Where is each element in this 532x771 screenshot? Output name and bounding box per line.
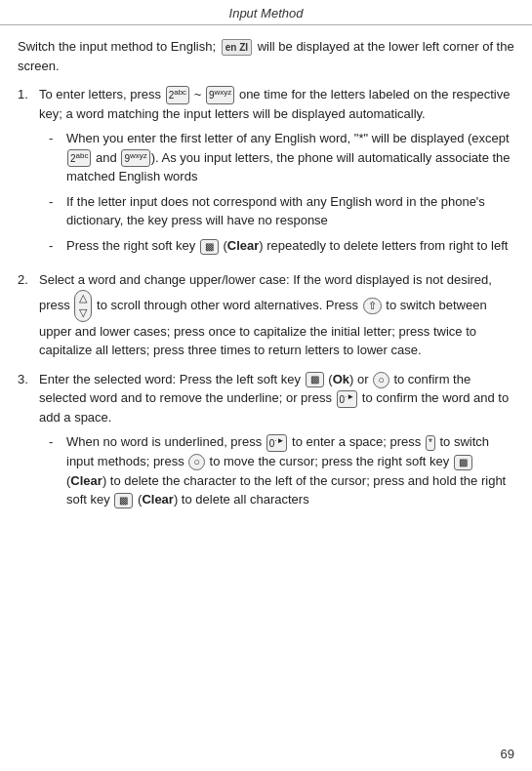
- sub-content-1-2: If the letter input does not correspond …: [66, 192, 514, 230]
- sub-key-2abc: 2abc: [67, 149, 91, 167]
- switch-case-key: ⇧: [363, 298, 382, 314]
- sub-clear-key-1: ▩: [454, 455, 472, 470]
- sub-bullet-1-3: -: [49, 236, 62, 256]
- list-item-3: 3. Enter the selected word: Press the le…: [18, 370, 514, 515]
- item3-text-before: Enter the selected word: Press the left …: [39, 372, 305, 386]
- intro-paragraph: Switch the input method to English; en Z…: [18, 37, 514, 75]
- sub-nav-key: ○: [188, 454, 205, 470]
- sub-key-9wxyz: 9wxyz: [121, 149, 149, 167]
- sub-clear-label-2: Clear: [142, 492, 174, 507]
- list-num-1: 1.: [18, 85, 35, 104]
- item1-sublist: - When you enter the first letter of any…: [49, 129, 514, 255]
- list-item-1: 1. To enter letters, press 2abc ~ 9wxyz …: [18, 85, 514, 261]
- page-footer: 69: [0, 741, 532, 771]
- sub-switch-key: *: [426, 435, 435, 451]
- sub-bullet-1-1: -: [49, 129, 62, 148]
- sub-clear-key-2: ▩: [114, 493, 133, 508]
- sub-item-1-1: - When you enter the first letter of any…: [49, 129, 514, 186]
- ok-soft-key: ▩: [306, 372, 324, 387]
- sub-content-1-1: When you enter the first letter of any E…: [66, 129, 514, 186]
- list-content-1: To enter letters, press 2abc ~ 9wxyz one…: [39, 85, 514, 261]
- sub-content-3-1: When no word is underlined, press 0·► to…: [66, 432, 514, 508]
- item1-text-before: To enter letters, press: [39, 87, 165, 101]
- list-num-2: 2.: [18, 270, 35, 290]
- item1-tilde: ~: [194, 87, 205, 101]
- list-content-2: Select a word and change upper/lower cas…: [39, 270, 514, 359]
- page-number: 69: [501, 747, 514, 761]
- sub-content-1-3: Press the right soft key ▩ (Clear) repea…: [66, 236, 514, 256]
- item3-ok-label: (Ok) or: [328, 372, 372, 386]
- intro-text-before: Switch the input method to English;: [18, 39, 216, 54]
- sub-bullet-3-1: -: [49, 432, 62, 452]
- key-2abc: 2abc: [166, 86, 189, 103]
- instruction-list: 1. To enter letters, press 2abc ~ 9wxyz …: [18, 85, 514, 515]
- sub-item-3-1: - When no word is underlined, press 0·► …: [49, 432, 514, 508]
- sub-space-key: 0·►: [266, 434, 288, 452]
- item3-sublist: - When no word is underlined, press 0·► …: [49, 432, 514, 508]
- zicn-icon: en ZI: [222, 39, 252, 56]
- header-title: Input Method: [229, 6, 304, 20]
- item2-text-mid: to scroll through other word alternative…: [97, 298, 362, 312]
- page-header: Input Method: [0, 0, 532, 25]
- sub-item-1-3: - Press the right soft key ▩ (Clear) rep…: [49, 236, 514, 256]
- list-num-3: 3.: [18, 370, 35, 389]
- clear-label-1: Clear: [227, 238, 260, 253]
- key-9wxyz: 9wxyz: [206, 86, 234, 103]
- sub-clear-label-1: Clear: [70, 473, 102, 488]
- clear-key-1: ▩: [200, 239, 219, 255]
- main-content: Switch the input method to English; en Z…: [0, 25, 532, 741]
- list-item-2: 2. Select a word and change upper/lower …: [18, 270, 514, 359]
- space-key: 0·►: [337, 390, 358, 408]
- sub-item-1-2: - If the letter input does not correspon…: [49, 192, 514, 230]
- scroll-key: △▽: [74, 290, 92, 322]
- ok-circle-key: ○: [373, 372, 389, 388]
- list-content-3: Enter the selected word: Press the left …: [39, 370, 514, 515]
- sub-bullet-1-2: -: [49, 192, 62, 212]
